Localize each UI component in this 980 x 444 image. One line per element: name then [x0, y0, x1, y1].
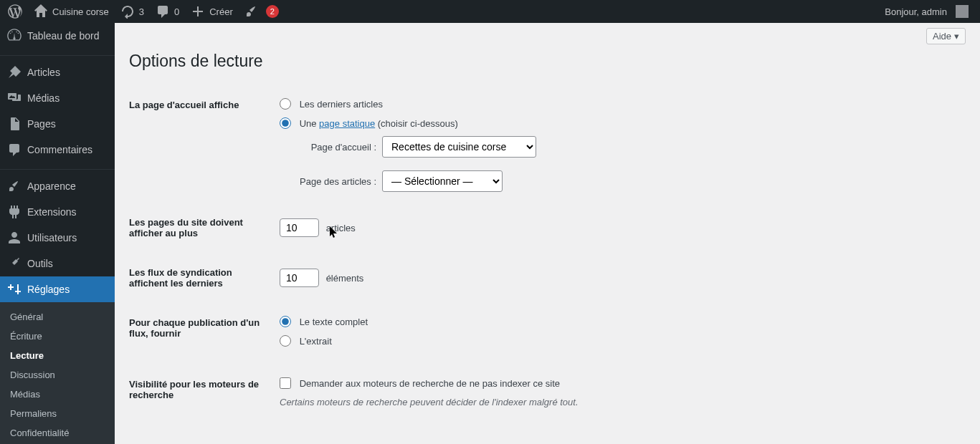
site-name[interactable]: Cuisine corse: [28, 0, 115, 23]
posts-per-page-input[interactable]: [280, 218, 319, 237]
submenu-item-general[interactable]: Général: [0, 307, 115, 327]
discourage-description: Certains moteurs de recherche peuvent dé…: [280, 397, 958, 407]
radio-label-suffix: (choisir ci-dessous): [375, 118, 458, 129]
sidebar-item-settings[interactable]: Réglages: [0, 276, 115, 302]
wpml-badge: 2: [266, 5, 279, 18]
discourage-checkbox[interactable]: [280, 377, 291, 389]
radio-excerpt[interactable]: [280, 335, 291, 347]
settings-submenu: Général Écriture Lecture Discussion Médi…: [0, 302, 115, 444]
submenu-item-writing[interactable]: Écriture: [0, 327, 115, 346]
content: Aide ▾ Options de lecture La page d'accu…: [115, 23, 980, 444]
sidebar-item-label: Tableau de bord: [27, 30, 99, 42]
posts-per-rss-input[interactable]: [280, 269, 319, 287]
posts-page-select[interactable]: — Sélectionner —: [382, 170, 503, 192]
field-label-rss: Les flux de syndication affichent les de…: [129, 253, 272, 303]
field-label-front-page: La page d'accueil affiche: [129, 85, 272, 203]
radio-static-page[interactable]: [280, 117, 291, 129]
sidebar-item-appearance[interactable]: Apparence: [0, 173, 115, 199]
field-label-posts-per-page: Les pages du site doivent afficher au pl…: [129, 203, 272, 253]
help-label: Aide: [933, 31, 951, 42]
avatar: [956, 5, 969, 18]
submenu-item-reading[interactable]: Lecture: [0, 346, 115, 365]
sidebar: Tableau de bord Articles Médias Pages Co…: [0, 23, 115, 444]
sidebar-item-comments[interactable]: Commentaires: [0, 137, 115, 163]
posts-unit-label: articles: [326, 223, 356, 233]
sidebar-item-tools[interactable]: Outils: [0, 251, 115, 276]
comments[interactable]: 0: [150, 0, 185, 23]
update-icon: [120, 4, 135, 19]
radio-label: L'extrait: [300, 336, 332, 347]
posts-page-select-label: Page des articles :: [296, 176, 376, 187]
comments-count: 0: [174, 6, 179, 17]
page-title: Options de lecture: [129, 52, 966, 71]
sidebar-item-posts[interactable]: Articles: [0, 59, 115, 85]
updates[interactable]: 3: [115, 0, 150, 23]
new-content[interactable]: Créer: [185, 0, 239, 23]
sidebar-item-label: Apparence: [27, 180, 76, 192]
user-icon: [7, 231, 22, 245]
sidebar-item-pages[interactable]: Pages: [0, 111, 115, 137]
radio-option-excerpt[interactable]: L'extrait: [280, 335, 958, 347]
sliders-icon: [7, 282, 22, 296]
updates-count: 3: [139, 6, 144, 17]
submenu-item-permalinks[interactable]: Permaliens: [0, 404, 115, 423]
rss-unit-label: éléments: [326, 273, 364, 284]
separator: [0, 166, 115, 170]
page-icon: [7, 117, 22, 131]
home-icon: [34, 4, 48, 19]
wordpress-icon: [8, 4, 22, 19]
media-icon: [7, 91, 22, 105]
sidebar-item-users[interactable]: Utilisateurs: [0, 225, 115, 251]
comment-icon: [156, 4, 170, 19]
sidebar-item-label: Articles: [27, 67, 60, 78]
radio-option-latest-posts[interactable]: Les derniers articles: [280, 98, 958, 110]
site-name-label: Cuisine corse: [52, 6, 109, 17]
new-label: Créer: [209, 6, 233, 17]
separator: [0, 52, 115, 56]
submenu-item-discussion[interactable]: Discussion: [0, 365, 115, 385]
submenu-item-media[interactable]: Médias: [0, 385, 115, 404]
checkbox-label: Demander aux moteurs de recherche de ne …: [300, 378, 560, 389]
sidebar-item-plugins[interactable]: Extensions: [0, 199, 115, 225]
radio-label: Les derniers articles: [300, 99, 383, 110]
static-page-link[interactable]: page statique: [319, 118, 375, 129]
plus-icon: [191, 4, 205, 19]
sidebar-item-label: Outils: [27, 258, 53, 269]
radio-full-text[interactable]: [280, 316, 291, 327]
sidebar-item-label: Utilisateurs: [27, 232, 77, 243]
wrench-icon: [7, 256, 22, 271]
dashboard-icon: [7, 29, 22, 43]
homepage-select-label: Page d'accueil :: [296, 142, 376, 153]
sidebar-item-media[interactable]: Médias: [0, 85, 115, 111]
help-tab[interactable]: Aide ▾: [926, 28, 966, 44]
brush-icon: [244, 4, 259, 19]
sidebar-item-dashboard[interactable]: Tableau de bord: [0, 23, 115, 49]
my-account[interactable]: Bonjour, admin: [879, 0, 974, 23]
sidebar-item-label: Médias: [27, 92, 60, 104]
pin-icon: [7, 65, 22, 79]
field-label-search-visibility: Visibilité pour les moteurs de recherche: [129, 365, 272, 418]
comment-icon: [7, 143, 22, 157]
caret-down-icon: ▾: [954, 31, 959, 42]
homepage-select[interactable]: Recettes de cuisine corse: [382, 136, 536, 158]
radio-option-full-text[interactable]: Le texte complet: [280, 316, 958, 327]
radio-option-static-page[interactable]: Une page statique (choisir ci-dessous): [280, 117, 958, 129]
admin-bar: Cuisine corse 3 0 Créer 2 Bonjour, admin: [0, 0, 980, 23]
sidebar-item-label: Pages: [27, 118, 56, 130]
greeting-label: Bonjour, admin: [885, 6, 947, 17]
checkbox-option-discourage[interactable]: Demander aux moteurs de recherche de ne …: [280, 377, 958, 389]
wpml[interactable]: 2: [239, 0, 285, 23]
brush-icon: [7, 179, 22, 193]
sidebar-item-label: Extensions: [27, 206, 76, 218]
field-label-feed-content: Pour chaque publication d'un flux, fourn…: [129, 303, 272, 365]
wordpress-logo[interactable]: [2, 0, 28, 23]
plugin-icon: [7, 205, 22, 219]
submenu-item-privacy[interactable]: Confidentialité: [0, 423, 115, 443]
radio-latest-posts[interactable]: [280, 98, 291, 110]
radio-label-prefix: Une: [300, 118, 319, 129]
radio-label: Le texte complet: [300, 317, 368, 327]
sidebar-item-label: Commentaires: [27, 144, 92, 155]
sidebar-item-label: Réglages: [27, 284, 70, 295]
